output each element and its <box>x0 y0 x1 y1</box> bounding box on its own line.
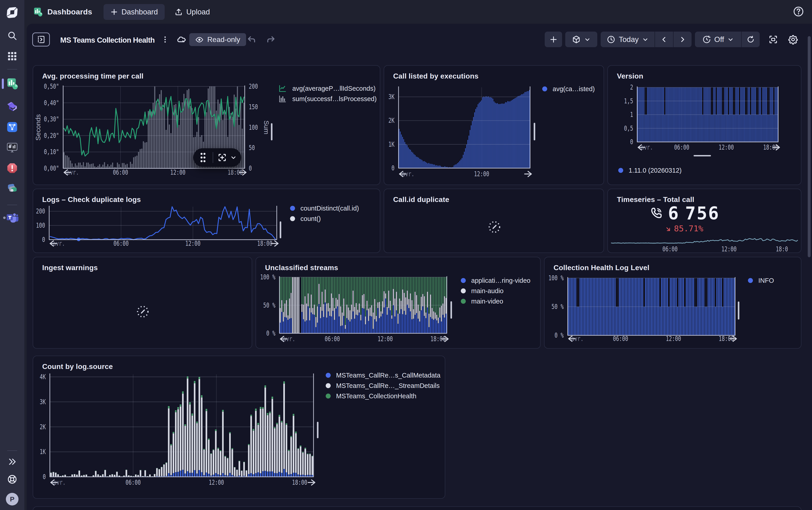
help-icon[interactable] <box>792 6 804 18</box>
settings-gear-icon[interactable] <box>784 32 802 47</box>
legend-item[interactable]: MSTeams_CollectionHealth <box>326 391 441 401</box>
upload-button[interactable]: Upload <box>171 4 214 20</box>
panel-call-listed-by-executions[interactable]: Call listed by executions01K2K3Kavr.12:0… <box>384 65 604 185</box>
svg-text:100 %: 100 % <box>260 273 276 281</box>
user-avatar[interactable]: P <box>0 488 24 510</box>
dashboard-header: MS Teams Collection Health Read-only <box>27 24 812 59</box>
panel-timeseries-total-call[interactable]: Timeseries – Total call 6 756 85.71% <box>607 189 802 253</box>
redo-icon[interactable] <box>263 32 279 47</box>
legend-line-icon <box>278 84 287 93</box>
svg-text:100 %: 100 % <box>548 274 564 282</box>
panel-ingest-warnings[interactable]: Ingest warnings <box>33 257 252 349</box>
chart-legend: countDistinct(call.id)count() <box>290 203 359 224</box>
auto-refresh-selector[interactable]: Off <box>695 32 741 47</box>
legend-item[interactable]: MSTeams_CallRe…_StreamDetails <box>326 380 441 391</box>
sidebar-item-notebooks[interactable] <box>0 96 24 117</box>
svg-text:06:00: 06:00 <box>674 143 690 151</box>
chart-collection-health-log-level[interactable]: 0 %50 %100 %avr.06:0012:0018:00 <box>544 257 802 349</box>
fullscreen-icon[interactable] <box>764 32 782 47</box>
panel-avg-processing-time[interactable]: Avg. processing time per call0,00"0,10"0… <box>33 65 380 185</box>
dynatrace-logo-icon[interactable] <box>0 0 24 25</box>
svg-text:12:00: 12:00 <box>209 478 224 486</box>
chart-legend: INFO <box>748 275 774 286</box>
chart-legend: avg(averageP…llIdSeconds)sum(successf…ls… <box>278 83 377 104</box>
svg-text:12:00: 12:00 <box>170 168 186 176</box>
support-lifebuoy-icon[interactable] <box>0 470 24 488</box>
timeframe-next-button[interactable] <box>673 32 692 47</box>
chevron-right-icon <box>679 36 686 43</box>
eye-icon <box>195 35 204 44</box>
refresh-icon <box>746 35 755 44</box>
svg-text:0,20": 0,20" <box>44 132 59 139</box>
panel-count-by-log-source[interactable]: Count by log.source01K2K3K4Kavr.06:0012:… <box>33 356 445 499</box>
loading-spinner-icon <box>137 305 149 318</box>
page-scrollbar[interactable] <box>808 36 811 257</box>
refresh-button[interactable] <box>742 32 760 47</box>
legend-item[interactable]: avg(ca…isted) <box>542 84 595 94</box>
svg-text:50: 50 <box>249 144 255 152</box>
svg-text:200: 200 <box>36 207 46 215</box>
legend-item[interactable]: sum(successf…lsProcessed) <box>278 94 377 104</box>
app-rail: P <box>0 0 24 510</box>
refresh-clock-icon <box>702 35 711 44</box>
undo-icon[interactable] <box>244 32 260 47</box>
sidebar-item-problems[interactable] <box>0 158 24 178</box>
svg-text:1K: 1K <box>40 448 46 456</box>
panel-version[interactable]: Version00,511,52avr.06:0012:0018:001.11.… <box>607 65 802 185</box>
legend-item[interactable]: INFO <box>748 275 774 286</box>
legend-dot-icon <box>461 299 466 304</box>
legend-item[interactable]: avg(averageP…llIdSeconds) <box>278 83 377 94</box>
svg-text:18:0: 18:0 <box>776 245 788 253</box>
sidebar-item-workflows[interactable] <box>0 117 24 137</box>
timeframe-selector[interactable]: Today <box>601 32 655 47</box>
sidebar-item-kiosk[interactable] <box>0 137 24 158</box>
rail-divider <box>7 69 17 69</box>
sidebar-item-dashboards[interactable] <box>0 71 24 96</box>
svg-text:0,50": 0,50" <box>44 82 59 90</box>
expand-tile-icon[interactable] <box>217 153 227 162</box>
app-switcher-dashboards[interactable]: Dashboards <box>32 6 92 18</box>
legend-item[interactable]: count() <box>290 214 359 224</box>
svg-text:0 %: 0 % <box>266 329 276 337</box>
legend-item[interactable]: applicati…ring-video <box>461 275 531 286</box>
svg-text:2K: 2K <box>388 116 394 124</box>
chart-legend: MSTeams_CallRe…s_CallMetadataMSTeams_Cal… <box>326 370 441 401</box>
read-only-badge[interactable]: Read-only <box>189 33 246 46</box>
add-tile-button[interactable] <box>545 32 562 47</box>
apps-grid-icon[interactable] <box>0 46 24 66</box>
svg-text:1,5: 1,5 <box>624 97 633 105</box>
drag-handle-icon[interactable] <box>193 152 213 163</box>
svg-text:12:00: 12:00 <box>474 170 489 178</box>
sidebar-item-clouds[interactable] <box>0 178 24 199</box>
more-options-kebab-icon[interactable] <box>158 32 172 47</box>
sidebar-toggle-button[interactable] <box>32 32 50 47</box>
panel-call-id-duplicate[interactable]: Call.id duplicate <box>384 189 604 253</box>
svg-text:2: 2 <box>630 83 633 91</box>
panel-collection-health-log-level[interactable]: Collection Health Log Level0 %50 %100 %a… <box>544 257 802 349</box>
legend-dot-icon <box>461 288 466 293</box>
cloud-sync-icon[interactable] <box>174 32 189 47</box>
legend-item[interactable]: MSTeams_CallRe…s_CallMetadata <box>326 370 441 380</box>
legend-dot-icon <box>618 168 623 173</box>
timeframe-prev-button[interactable] <box>655 32 673 47</box>
legend-item[interactable]: 1.11.0 (20260312) <box>618 165 682 176</box>
new-dashboard-button[interactable]: Dashboard <box>103 4 164 20</box>
teams-indicator-dot <box>3 217 6 219</box>
panel-logs-check-duplicate[interactable]: Logs – Check duplicate logs0100200avr.06… <box>33 189 380 253</box>
svg-text:18:00: 18:00 <box>257 239 272 247</box>
legend-item[interactable]: countDistinct(call.id) <box>290 203 359 214</box>
sidebar-item-msteams[interactable] <box>0 207 24 229</box>
chevron-down-icon <box>584 36 591 43</box>
rail-divider <box>7 205 17 205</box>
chevron-down-icon[interactable] <box>230 154 237 161</box>
legend-item[interactable]: main-video <box>461 296 531 307</box>
svg-text:3K: 3K <box>40 398 46 406</box>
legend-item[interactable]: main-audio <box>461 286 531 296</box>
svg-text:0,5: 0,5 <box>624 124 633 132</box>
panel-unclassified-streams[interactable]: Unclassified streams0 %50 %100 %avr.06:0… <box>255 257 541 349</box>
expand-rail-icon[interactable] <box>0 453 24 470</box>
svg-text:12:00: 12:00 <box>666 335 681 343</box>
variables-button[interactable] <box>565 32 597 47</box>
svg-text:12:00: 12:00 <box>719 143 734 151</box>
search-icon[interactable] <box>0 25 24 46</box>
